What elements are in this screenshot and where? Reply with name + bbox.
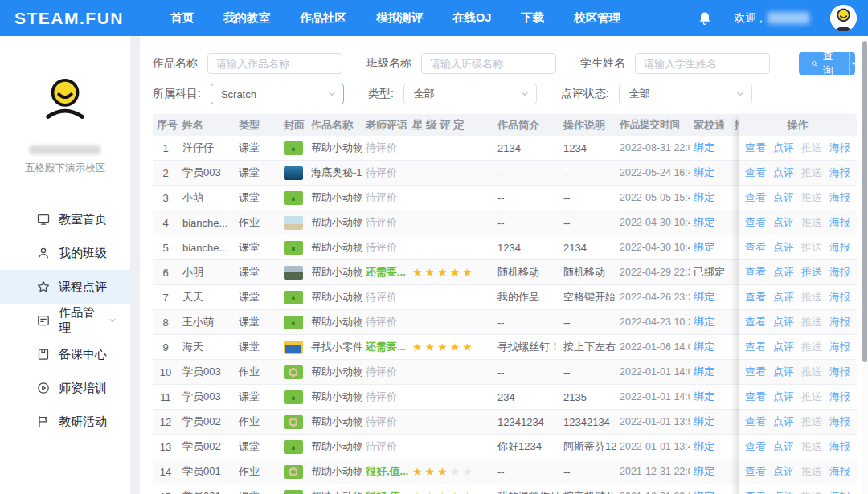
action-view[interactable]: 查看 — [745, 315, 766, 329]
work-cover[interactable] — [281, 216, 307, 230]
work-cover[interactable] — [281, 440, 307, 454]
type-select[interactable]: 全部 — [403, 84, 537, 104]
work-cover[interactable] — [281, 390, 307, 404]
work-cover[interactable] — [281, 316, 307, 329]
bind-link[interactable]: 绑定 — [694, 440, 714, 452]
action-review[interactable]: 点评 — [773, 365, 794, 379]
bind-link[interactable]: 绑定 — [694, 465, 714, 477]
work-cover[interactable] — [281, 166, 307, 180]
topnav-item-4[interactable]: 模拟测评 — [376, 10, 423, 26]
sidebar-item-user[interactable]: 我的班级 — [0, 236, 130, 270]
action-review[interactable]: 点评 — [773, 141, 794, 155]
review-status-select[interactable]: 全部 — [619, 84, 752, 104]
bind-link[interactable]: 绑定 — [694, 415, 714, 427]
action-poster[interactable]: 海报 — [829, 265, 850, 280]
work-cover[interactable] — [281, 490, 307, 494]
action-poster[interactable]: 海报 — [829, 165, 850, 180]
action-review[interactable]: 点评 — [773, 265, 794, 280]
sidebar-item-book[interactable]: 备课中心 — [0, 337, 130, 371]
action-review[interactable]: 点评 — [773, 240, 794, 255]
work-cover[interactable] — [281, 415, 307, 429]
work-cover[interactable] — [281, 291, 307, 304]
action-poster[interactable]: 海报 — [829, 414, 850, 429]
action-poster[interactable]: 海报 — [829, 315, 850, 329]
action-poster[interactable]: 海报 — [829, 240, 850, 255]
action-view[interactable]: 查看 — [745, 265, 766, 280]
scrollbar-thumb[interactable] — [862, 41, 867, 362]
work-cover[interactable] — [281, 266, 307, 280]
bind-link[interactable]: 绑定 — [694, 316, 714, 328]
user-avatar[interactable] — [830, 5, 857, 31]
topnav-item-5[interactable]: 在线OJ — [452, 10, 491, 26]
bind-link[interactable]: 绑定 — [694, 365, 714, 378]
sidebar-item-star[interactable]: 课程点评 — [0, 270, 130, 304]
action-view[interactable]: 查看 — [745, 165, 766, 180]
work-cover[interactable] — [281, 191, 307, 205]
action-view[interactable]: 查看 — [745, 290, 766, 304]
topnav-item-7[interactable]: 校区管理 — [574, 10, 620, 26]
work-cover[interactable] — [281, 241, 307, 255]
bind-link[interactable]: 绑定 — [694, 166, 714, 178]
action-poster[interactable]: 海报 — [829, 290, 850, 304]
action-review[interactable]: 点评 — [773, 340, 794, 354]
bind-link[interactable]: 绑定 — [694, 291, 714, 303]
work-cover[interactable] — [281, 465, 307, 479]
action-poster[interactable]: 海报 — [829, 439, 850, 454]
action-view[interactable]: 查看 — [745, 340, 766, 354]
action-poster[interactable]: 海报 — [829, 190, 850, 205]
action-poster[interactable]: 海报 — [829, 215, 850, 230]
work-cover[interactable] — [281, 341, 307, 354]
action-view[interactable]: 查看 — [745, 414, 766, 429]
action-view[interactable]: 查看 — [745, 439, 766, 454]
action-view[interactable]: 查看 — [745, 240, 766, 255]
action-view[interactable]: 查看 — [745, 464, 766, 479]
sidebar-item-flag[interactable]: 教研活动 — [0, 405, 130, 439]
action-review[interactable]: 点评 — [773, 439, 794, 454]
bind-link[interactable]: 绑定 — [694, 490, 714, 494]
student-name-input[interactable] — [635, 53, 770, 74]
topnav-item-1[interactable]: 首页 — [170, 10, 194, 26]
action-view[interactable]: 查看 — [745, 141, 766, 155]
topnav-item-3[interactable]: 作品社区 — [300, 10, 346, 26]
action-poster[interactable]: 海报 — [829, 390, 850, 404]
action-review[interactable]: 点评 — [773, 464, 794, 479]
bind-link[interactable]: 绑定 — [694, 216, 714, 228]
bind-link[interactable]: 绑定 — [694, 141, 714, 153]
action-poster[interactable]: 海报 — [829, 365, 850, 379]
action-view[interactable]: 查看 — [745, 190, 766, 205]
work-name-input[interactable] — [207, 53, 342, 74]
action-view[interactable]: 查看 — [745, 215, 766, 230]
action-view[interactable]: 查看 — [745, 390, 766, 404]
action-review[interactable]: 点评 — [773, 489, 794, 494]
action-review[interactable]: 点评 — [773, 390, 794, 404]
search-dropdown-button[interactable] — [849, 52, 855, 75]
action-poster[interactable]: 海报 — [829, 464, 850, 479]
action-view[interactable]: 查看 — [745, 489, 766, 494]
action-review[interactable]: 点评 — [773, 315, 794, 329]
bind-link[interactable]: 绑定 — [694, 241, 714, 253]
action-review[interactable]: 点评 — [773, 190, 794, 205]
work-cover[interactable] — [281, 141, 307, 155]
sidebar-item-play-circle[interactable]: 师资培训 — [0, 371, 130, 405]
sidebar-item-document[interactable]: 作品管理 — [0, 304, 130, 337]
bell-icon[interactable] — [697, 10, 713, 27]
topnav-item-2[interactable]: 我的教室 — [223, 10, 270, 26]
action-review[interactable]: 点评 — [773, 165, 794, 180]
subject-select[interactable]: Scratch — [211, 84, 344, 104]
action-poster[interactable]: 海报 — [829, 141, 850, 155]
action-review[interactable]: 点评 — [773, 215, 794, 230]
action-push[interactable]: 推送 — [801, 265, 822, 280]
action-view[interactable]: 查看 — [745, 365, 766, 379]
action-review[interactable]: 点评 — [773, 290, 794, 304]
bind-link[interactable]: 绑定 — [694, 191, 714, 203]
action-poster[interactable]: 海报 — [829, 340, 850, 354]
bind-link[interactable]: 绑定 — [694, 390, 714, 402]
action-review[interactable]: 点评 — [773, 414, 794, 429]
class-name-input[interactable] — [421, 53, 556, 74]
sidebar-item-monitor[interactable]: 教室首页 — [0, 202, 130, 236]
work-cover[interactable] — [281, 365, 307, 379]
topnav-item-6[interactable]: 下载 — [521, 10, 544, 26]
bind-link[interactable]: 绑定 — [694, 341, 714, 353]
action-poster[interactable]: 海报 — [829, 489, 850, 494]
search-button[interactable]: 查询 — [799, 52, 849, 75]
